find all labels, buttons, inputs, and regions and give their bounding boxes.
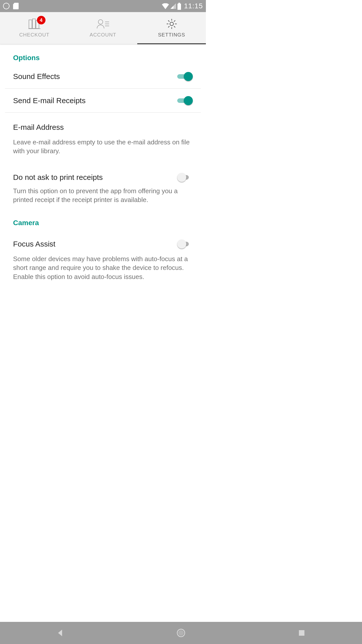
settings-content: Options Sound Effects Send E-mail Receip… bbox=[0, 44, 206, 287]
cell-signal-icon bbox=[170, 3, 176, 9]
gear-icon bbox=[165, 18, 178, 29]
row-no-print-receipts[interactable]: Do not ask to print receipts bbox=[5, 162, 201, 186]
battery-icon bbox=[177, 3, 181, 9]
row-sound-effects[interactable]: Sound Effects bbox=[5, 64, 201, 89]
label-sound-effects: Sound Effects bbox=[13, 72, 177, 81]
person-list-icon bbox=[97, 18, 110, 29]
svg-rect-2 bbox=[29, 20, 32, 28]
toggle-send-receipts[interactable] bbox=[177, 96, 193, 105]
label-send-receipts: Send E-mail Receipts bbox=[13, 96, 177, 105]
svg-point-10 bbox=[170, 22, 173, 26]
svg-rect-3 bbox=[32, 19, 35, 28]
label-no-print-receipts: Do not ask to print receipts bbox=[13, 173, 177, 182]
label-email-address: E-mail Address bbox=[13, 123, 193, 132]
tab-account-label: ACCOUNT bbox=[90, 32, 116, 38]
row-send-receipts[interactable]: Send E-mail Receipts bbox=[5, 89, 201, 113]
toggle-no-print-receipts[interactable] bbox=[177, 173, 193, 182]
wifi-icon bbox=[162, 3, 169, 9]
section-title-options: Options bbox=[5, 44, 201, 64]
sync-icon bbox=[3, 3, 10, 9]
tab-settings[interactable]: SETTINGS bbox=[137, 12, 206, 44]
svg-rect-0 bbox=[178, 3, 180, 4]
toggle-sound-effects[interactable] bbox=[177, 72, 193, 81]
svg-point-6 bbox=[98, 20, 103, 24]
sd-card-icon bbox=[13, 3, 19, 9]
toggle-focus-assist[interactable] bbox=[177, 239, 193, 249]
tab-checkout[interactable]: 4 CHECKOUT bbox=[0, 12, 69, 44]
tab-bar: 4 CHECKOUT ACCOUNT SETTINGS bbox=[0, 12, 206, 44]
label-focus-assist: Focus Assist bbox=[13, 240, 177, 248]
hint-no-print-receipts: Turn this option on to prevent the app f… bbox=[5, 186, 201, 210]
tab-account[interactable]: ACCOUNT bbox=[69, 12, 137, 44]
hint-focus-assist: Some older devices may have problems wit… bbox=[5, 254, 201, 287]
row-email-address[interactable]: E-mail Address bbox=[5, 113, 201, 137]
hint-email-address: Leave e-mail address empty to use the e-… bbox=[5, 137, 201, 162]
tab-settings-label: SETTINGS bbox=[158, 32, 185, 38]
checkout-badge: 4 bbox=[37, 16, 46, 24]
row-focus-assist[interactable]: Focus Assist bbox=[5, 229, 201, 254]
tab-checkout-label: CHECKOUT bbox=[19, 32, 49, 38]
books-icon: 4 bbox=[28, 18, 41, 29]
section-title-camera: Camera bbox=[5, 210, 201, 229]
status-bar: 11:15 bbox=[0, 0, 206, 12]
status-clock: 11:15 bbox=[183, 2, 203, 10]
svg-rect-1 bbox=[177, 4, 181, 10]
